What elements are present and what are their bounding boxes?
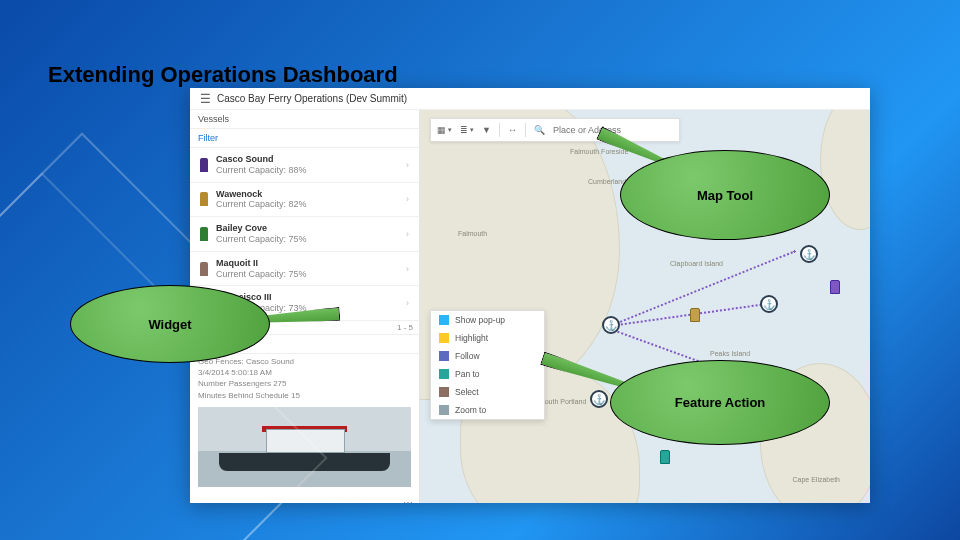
anchor-icon[interactable]: ⚓	[800, 245, 818, 263]
vessel-capacity: Current Capacity: 88%	[216, 165, 307, 176]
feature-action-label: Follow	[455, 351, 480, 361]
vessel-icon	[200, 227, 208, 241]
feature-action-item[interactable]: Follow	[431, 347, 544, 365]
details-row-0: Number Passengers 275	[198, 378, 411, 389]
vessel-name: Maquoit II	[216, 258, 307, 269]
vessel-text: Maquoit IICurrent Capacity: 75%	[216, 258, 307, 280]
feature-action-icon	[439, 405, 449, 415]
vessel-capacity: Current Capacity: 75%	[216, 269, 307, 280]
dashboard-title: Casco Bay Ferry Operations (Dev Summit)	[217, 93, 407, 104]
vessel-text: Bailey CoveCurrent Capacity: 75%	[216, 223, 307, 245]
feature-action-item[interactable]: Highlight	[431, 329, 544, 347]
feature-action-item[interactable]: Select	[431, 383, 544, 401]
vessel-icon	[200, 262, 208, 276]
vessel-list-item[interactable]: Maquoit IICurrent Capacity: 75%›	[190, 252, 419, 287]
vessel-name: Casco Sound	[216, 154, 307, 165]
chevron-right-icon: ›	[406, 160, 409, 170]
details-geofence: Geo Fences: Casco Sound	[198, 356, 411, 367]
feature-action-label: Pan to	[455, 369, 480, 379]
bookmarks-button[interactable]: ▼	[482, 125, 491, 135]
vessel-name: Bailey Cove	[216, 223, 307, 234]
ellipsis-icon[interactable]: ⋯	[403, 497, 413, 508]
feature-action-label: Select	[455, 387, 479, 397]
chevron-right-icon: ›	[406, 298, 409, 308]
search-icon: 🔍	[534, 125, 545, 135]
ferry-roof	[262, 426, 347, 432]
feature-action-item[interactable]: Pan to	[431, 365, 544, 383]
vessel-capacity: Current Capacity: 75%	[216, 234, 307, 245]
feature-action-icon	[439, 315, 449, 325]
layers-button[interactable]: ≣▾	[460, 125, 474, 135]
callout-feature-action-label: Feature Action	[675, 395, 766, 410]
filter-label: Filter	[198, 133, 218, 143]
dashboard-window: ☰ Casco Bay Ferry Operations (Dev Summit…	[190, 88, 870, 503]
vessel-text: Casco SoundCurrent Capacity: 88%	[216, 154, 307, 176]
feature-action-item[interactable]: Zoom to	[431, 401, 544, 419]
details-panel: Details Geo Fences: Casco Sound 3/4/2014…	[190, 335, 419, 503]
pager-text: 1 - 5	[397, 323, 413, 332]
feature-action-item[interactable]: Show pop-up	[431, 311, 544, 329]
toolbar-separator	[499, 123, 500, 137]
hamburger-icon[interactable]: ☰	[200, 92, 211, 106]
callout-widget-label: Widget	[148, 317, 191, 332]
anchor-icon[interactable]: ⚓	[602, 316, 620, 334]
details-footer: ⋯	[190, 495, 419, 510]
vessel-marker[interactable]	[690, 308, 700, 322]
feature-action-label: Highlight	[455, 333, 488, 343]
map-toolbar: ▦▾ ≣▾ ▼ ↔ 🔍	[430, 118, 680, 142]
feature-action-icon	[439, 333, 449, 343]
chevron-right-icon: ›	[406, 264, 409, 274]
vessel-text: WawenockCurrent Capacity: 82%	[216, 189, 307, 211]
chevron-right-icon: ›	[406, 229, 409, 239]
callout-feature-action: Feature Action	[610, 360, 830, 445]
slide-title: Extending Operations Dashboard	[48, 62, 398, 88]
feature-action-icon	[439, 369, 449, 379]
basemap-button[interactable]: ▦▾	[437, 125, 452, 135]
panel-header: Vessels	[190, 110, 419, 129]
callout-map-tool: Map Tool	[620, 150, 830, 240]
anchor-icon[interactable]: ⚓	[590, 390, 608, 408]
filter-row[interactable]: Filter	[190, 129, 419, 148]
vessel-list-item[interactable]: WawenockCurrent Capacity: 82%›	[190, 183, 419, 218]
details-time: 3/4/2014 5:00:18 AM	[198, 367, 411, 378]
map-place-label: Peaks Island	[710, 350, 750, 357]
map-place-label: Falmouth Foreside	[570, 148, 628, 155]
dashboard-titlebar: ☰ Casco Bay Ferry Operations (Dev Summit…	[190, 88, 870, 110]
vessel-list-item[interactable]: Bailey CoveCurrent Capacity: 75%›	[190, 217, 419, 252]
vessel-list-item[interactable]: Casco SoundCurrent Capacity: 88%›	[190, 148, 419, 183]
feature-action-label: Zoom to	[455, 405, 486, 415]
vessel-icon	[200, 158, 208, 172]
map-place-label: South Portland	[540, 398, 586, 405]
callout-widget: Widget	[70, 285, 270, 363]
vessel-marker[interactable]	[660, 450, 670, 464]
feature-action-popup: Show pop-upHighlightFollowPan toSelectZo…	[430, 310, 545, 420]
anchor-icon[interactable]: ⚓	[760, 295, 778, 313]
map-place-label: Cape Elizabeth	[793, 476, 840, 483]
measure-button[interactable]: ↔	[508, 125, 517, 135]
chevron-right-icon: ›	[406, 194, 409, 204]
map-place-label: Clapboard Island	[670, 260, 723, 267]
feature-action-icon	[439, 387, 449, 397]
vessel-marker[interactable]	[830, 280, 840, 294]
vessel-name: Wawenock	[216, 189, 307, 200]
toolbar-separator	[525, 123, 526, 137]
callout-map-tool-label: Map Tool	[697, 188, 753, 203]
map-land	[820, 110, 870, 230]
vessel-icon	[200, 192, 208, 206]
ferry-photo	[198, 407, 411, 487]
feature-action-label: Show pop-up	[455, 315, 505, 325]
details-row-1: Minutes Behind Schedule 15	[198, 390, 411, 401]
details-rows: Geo Fences: Casco Sound 3/4/2014 5:00:18…	[190, 354, 419, 403]
map-place-label: Falmouth	[458, 230, 487, 237]
feature-action-icon	[439, 351, 449, 361]
vessel-capacity: Current Capacity: 82%	[216, 199, 307, 210]
